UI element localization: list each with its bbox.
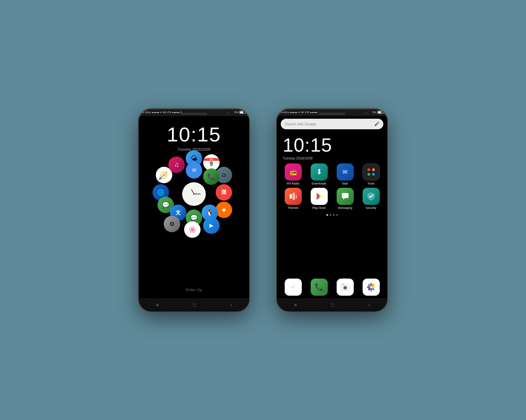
svg-point-20 [344, 287, 346, 289]
app-icon-mail: ✉ [337, 163, 354, 181]
back-button-right[interactable]: ‹ [369, 302, 370, 308]
status-right-right-info: 72% [372, 111, 383, 114]
cluster-app-mail[interactable]: ✉ [186, 162, 202, 179]
svg-point-0 [368, 168, 370, 171]
dock-icon-camera [337, 279, 354, 296]
app-icon-fmradio: 📻 [285, 163, 302, 181]
cluster-app-extra[interactable]: ◆ [216, 202, 232, 218]
dock-icon-photos [363, 279, 380, 296]
search-bar[interactable]: Search with Google 🎤 [281, 119, 383, 129]
battery-fill [240, 111, 243, 113]
app-item-downloads[interactable]: ⬇ Downloads [307, 163, 331, 185]
app-label-mail: Mail [342, 182, 348, 185]
svg-rect-21 [342, 284, 344, 285]
svg-point-2 [368, 173, 370, 176]
battery-pct-right: 72% [372, 111, 376, 113]
status-bar-right: 3.41K/s ●●●●● ✦ 4G LTE ●●●●● 72% [277, 109, 387, 116]
svg-rect-4 [290, 194, 292, 199]
battery-icon-right [377, 111, 383, 114]
nav-bar-right: ≡ □ ‹ [277, 298, 387, 311]
dock-item-safari[interactable] [281, 279, 305, 296]
svg-point-3 [372, 173, 375, 176]
app-icon-downloads: ⬇ [311, 163, 328, 181]
app-item-security[interactable]: Security [359, 188, 383, 210]
app-icon-tools [363, 163, 380, 181]
app-cluster: 🌤 Oct 9 🗂 🧭 [155, 155, 233, 234]
app-item-tools[interactable]: Tools [359, 163, 383, 185]
svg-marker-11 [320, 195, 323, 198]
svg-rect-6 [296, 195, 297, 199]
app-icon-playstore [311, 188, 328, 205]
cluster-app-clock[interactable] [182, 182, 206, 206]
page-dots [277, 214, 387, 216]
cluster-app-music[interactable]: ♫ [168, 157, 185, 173]
cluster-app-settings[interactable]: ⚙ [164, 216, 180, 232]
dock-item-photos[interactable] [359, 279, 383, 296]
cluster-app-calls[interactable]: 📞 [203, 168, 220, 185]
nav-bar-left: ≡ □ ‹ [139, 298, 249, 311]
app-label-themes: Themes [288, 206, 299, 210]
cluster-app-weibo[interactable]: 微 [216, 184, 232, 201]
dock-icon-safari [285, 279, 302, 296]
app-label-messaging: Messaging [338, 206, 352, 210]
home-button-left[interactable]: □ [193, 302, 196, 308]
dot-4 [336, 214, 338, 216]
app-label-fmradio: FM Radio [287, 182, 299, 185]
apps-row1: 📻 FM Radio ⬇ Downloads ✉ Mail [277, 160, 387, 213]
dot-2 [330, 214, 331, 216]
svg-rect-5 [293, 193, 295, 200]
menu-button-left[interactable]: ≡ [156, 302, 158, 308]
app-label-security: Security [366, 206, 376, 210]
status-bar-left: 0.10K/s ●●●●● ✦ 4G LTE ●●●●● G 72% [139, 109, 249, 116]
home-time-area: 10:15 Tuesday 2018/10/09 [277, 131, 387, 160]
home-date: Tuesday 2018/10/09 [283, 157, 381, 160]
dock-icon-phone: 📞 [311, 279, 328, 296]
crown-icon: ♛ [193, 234, 196, 237]
status-right-info: 72% [234, 111, 245, 114]
home-time: 10:15 [283, 134, 381, 156]
status-left-info: 0.10K/s ●●●●● ✦ 4G LTE ●●●●● G [143, 111, 182, 114]
slider-up-label[interactable]: Slider Up [186, 288, 202, 292]
app-item-messaging[interactable]: Messaging [333, 188, 357, 210]
dock-item-camera[interactable] [333, 279, 357, 296]
right-screen: Search with Google 🎤 10:15 Tuesday 2018/… [277, 116, 387, 298]
dock-item-phone[interactable]: 📞 [307, 279, 331, 296]
battery-pct: 72% [234, 111, 238, 113]
lock-time: 10:15 [167, 123, 221, 146]
app-icon-themes [285, 188, 302, 205]
svg-point-22 [348, 285, 349, 286]
app-item-mail[interactable]: ✉ Mail [333, 163, 357, 185]
menu-button-right[interactable]: ≡ [294, 302, 297, 308]
cluster-app-video[interactable]: ▶ [203, 217, 220, 234]
app-icon-messaging [337, 188, 354, 205]
dot-1 [326, 214, 328, 216]
status-right-left-info: 3.41K/s ●●●●● ✦ 4G LTE ●●●●● [281, 111, 318, 114]
home-button-right[interactable]: □ [331, 302, 334, 308]
lock-screen: 10:15 Tuesday 2018/10/09 🌤 Oct 9 🗂 [139, 116, 249, 298]
battery-fill-right [378, 111, 381, 113]
right-phone: 3.41K/s ●●●●● ✦ 4G LTE ●●●●● 72% [276, 108, 388, 312]
app-item-themes[interactable]: Themes [281, 188, 305, 210]
left-phone: 0.10K/s ●●●●● ✦ 4G LTE ●●●●● G 72% 10:15… [138, 108, 250, 312]
app-label-downloads: Downloads [312, 182, 326, 185]
app-item-playstore[interactable]: Play Store [307, 188, 331, 210]
battery-icon [239, 111, 245, 114]
dock: 📞 [277, 276, 387, 298]
app-label-tools: Tools [368, 182, 374, 185]
search-text: Search with Google [285, 122, 371, 126]
svg-point-1 [372, 168, 375, 171]
dot-3 [333, 214, 335, 216]
left-screen: 10:15 Tuesday 2018/10/09 🌤 Oct 9 🗂 [139, 116, 249, 298]
cluster-app-sound[interactable]: 🔊 [155, 173, 166, 184]
home-screen: Search with Google 🎤 10:15 Tuesday 2018/… [277, 116, 387, 298]
app-item-fmradio[interactable]: 📻 FM Radio [281, 163, 305, 185]
app-label-playstore: Play Store [312, 206, 326, 210]
mic-icon[interactable]: 🎤 [374, 121, 379, 126]
back-button-left[interactable]: ‹ [230, 302, 232, 308]
app-icon-security [363, 188, 380, 205]
